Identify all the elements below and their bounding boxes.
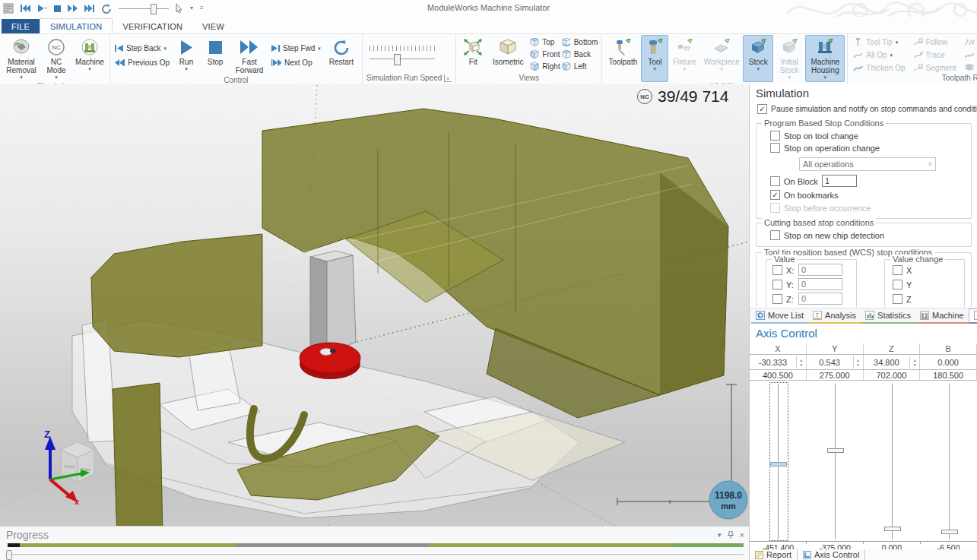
fast-forward-button[interactable]: Fast Forward bbox=[230, 35, 269, 76]
isometric-view-button[interactable]: Isometric bbox=[487, 35, 528, 74]
tab-view[interactable]: VIEW bbox=[192, 19, 234, 33]
wcs-change-y-checkbox[interactable] bbox=[893, 280, 902, 289]
axis-b-value-cell[interactable]: 0.000 bbox=[920, 355, 977, 369]
stop-on-tool-change-row[interactable]: Stop on tool change bbox=[770, 131, 858, 141]
previous-op-button[interactable]: Previous Op bbox=[115, 57, 170, 68]
material-removal-button[interactable]: Material Removal▾ bbox=[2, 35, 40, 82]
view-back-button[interactable]: Back bbox=[562, 49, 598, 60]
on-bookmarks-checkbox[interactable] bbox=[770, 190, 780, 200]
workpiece-visibility-button[interactable]: Workpiece▾ bbox=[700, 35, 743, 82]
wcs-x-input[interactable] bbox=[798, 264, 842, 276]
view-bottom-button[interactable]: Bottom bbox=[562, 36, 598, 48]
fixture-dropdown-icon[interactable]: ▾ bbox=[684, 66, 687, 72]
simulation-speed-slider[interactable] bbox=[370, 53, 435, 65]
progress-close-icon[interactable]: × bbox=[740, 530, 744, 539]
thicken-op-button[interactable]: Thicken Op bbox=[853, 62, 905, 74]
fixture-visibility-button[interactable]: Fixture▾ bbox=[668, 35, 700, 82]
speed-dialog-launcher-icon[interactable]: ↘ bbox=[444, 74, 452, 82]
machine-housing-visibility-button[interactable]: Machine Housing▾ bbox=[805, 35, 845, 82]
b-axis-slider[interactable] bbox=[949, 384, 950, 539]
tool-vectors-button[interactable]: Tool Vectors bbox=[964, 36, 977, 48]
wcs-change-z-row[interactable]: Z bbox=[893, 294, 912, 304]
wcs-y-row[interactable]: Y: bbox=[772, 280, 794, 289]
stop-new-chip-checkbox[interactable] bbox=[770, 230, 780, 240]
tab-statistics[interactable]: Statistics bbox=[861, 309, 915, 324]
stop-on-operation-change-row[interactable]: Stop on operation change bbox=[770, 143, 880, 153]
tab-machine[interactable]: Machine bbox=[915, 309, 969, 324]
z-axis-slider[interactable] bbox=[892, 384, 893, 539]
wcs-change-x-checkbox[interactable] bbox=[893, 265, 902, 275]
tool-tip-button[interactable]: Tool Tip▾ bbox=[853, 36, 905, 48]
workpiece-dropdown-icon[interactable]: ▾ bbox=[721, 66, 724, 72]
segment-button[interactable]: Segment bbox=[913, 62, 956, 74]
stock-dropdown-icon[interactable]: ▾ bbox=[757, 66, 760, 72]
stop-on-tool-change-checkbox[interactable] bbox=[770, 131, 780, 141]
tab-file[interactable]: FILE bbox=[2, 19, 40, 33]
all-op-button[interactable]: All Op▾ bbox=[853, 49, 905, 61]
tab-report[interactable]: Report bbox=[750, 549, 798, 560]
machine-button[interactable]: Machine▾ bbox=[72, 35, 107, 82]
view-front-button[interactable]: Front bbox=[530, 49, 560, 60]
axis-y-spinner[interactable]: ▲▼ bbox=[853, 356, 863, 369]
b-slider-handle[interactable] bbox=[941, 530, 958, 534]
axis-z-value-cell[interactable]: 34.800▲▼ bbox=[864, 355, 921, 369]
operations-select[interactable]: All operations ˅ bbox=[799, 157, 936, 171]
toolpath-visibility-button[interactable]: Toolpath bbox=[604, 35, 641, 82]
run-button[interactable]: Run▾ bbox=[172, 35, 201, 76]
wcs-z-input[interactable] bbox=[798, 293, 842, 305]
y-axis-slider[interactable] bbox=[835, 384, 836, 539]
step-back-button[interactable]: Step Back▾ bbox=[115, 43, 170, 54]
z-slider-handle[interactable] bbox=[884, 527, 901, 531]
axis-z-spinner[interactable]: ▲▼ bbox=[909, 356, 919, 369]
tab-simulation-panel[interactable]: Simulation bbox=[969, 308, 977, 324]
wcs-y-checkbox[interactable] bbox=[772, 280, 782, 289]
on-block-input[interactable] bbox=[822, 175, 857, 187]
material-removal-dropdown-icon[interactable]: ▾ bbox=[20, 74, 23, 81]
view-left-button[interactable]: Left bbox=[562, 61, 598, 72]
tab-verification[interactable]: VERIFICATION bbox=[113, 19, 192, 33]
tab-simulation[interactable]: SIMULATION bbox=[40, 18, 113, 34]
follow-button[interactable]: Follow bbox=[913, 36, 956, 48]
wcs-y-input[interactable] bbox=[798, 278, 842, 290]
tab-axis-control[interactable]: Axis Control bbox=[798, 549, 865, 560]
wcs-z-checkbox[interactable] bbox=[772, 294, 782, 304]
restart-button[interactable]: Restart bbox=[323, 35, 360, 76]
tab-move-list[interactable]: Move List bbox=[751, 309, 808, 324]
wcs-z-row[interactable]: Z: bbox=[772, 294, 794, 304]
wcs-x-row[interactable]: X: bbox=[772, 265, 794, 275]
y-slider-handle[interactable] bbox=[827, 448, 844, 453]
progress-pin-icon[interactable] bbox=[728, 531, 734, 539]
axis-x-spinner[interactable]: ▲▼ bbox=[796, 356, 806, 369]
trace-button[interactable]: Trace bbox=[913, 49, 956, 61]
axis-y-value-cell[interactable]: 0.543▲▼ bbox=[807, 355, 864, 369]
nc-mode-button[interactable]: NC NC Mode▾ bbox=[40, 35, 72, 82]
3d-viewport[interactable]: Front Right Z x bbox=[0, 84, 749, 526]
axis-x-value-cell[interactable]: -30.333▲▼ bbox=[750, 355, 807, 369]
machine-housing-dropdown-icon[interactable]: ▾ bbox=[824, 74, 827, 81]
nc-mode-dropdown-icon[interactable]: ▾ bbox=[55, 74, 58, 81]
run-dropdown-icon[interactable]: ▾ bbox=[185, 66, 188, 72]
stock-visibility-button[interactable]: Stock▾ bbox=[743, 35, 773, 82]
stop-new-chip-row[interactable]: Stop on new chip detection bbox=[770, 230, 884, 240]
initial-stock-dropdown-icon[interactable]: ▾ bbox=[788, 74, 791, 81]
view-right-button[interactable]: Right bbox=[530, 61, 560, 72]
progress-dropdown-icon[interactable]: ▾ bbox=[718, 531, 722, 539]
wcs-change-y-row[interactable]: Y bbox=[893, 280, 912, 289]
tab-analysis[interactable]: T Analysis bbox=[808, 309, 861, 324]
pause-simulation-checkbox-row[interactable]: Pause simulation and notify on stop comm… bbox=[757, 104, 977, 114]
progress-slider-handle[interactable] bbox=[6, 550, 12, 560]
on-block-row[interactable]: On Block bbox=[770, 176, 818, 186]
progress-bar[interactable] bbox=[8, 543, 744, 547]
wcs-x-checkbox[interactable] bbox=[772, 265, 782, 275]
on-block-checkbox[interactable] bbox=[770, 176, 780, 186]
machine-dropdown-icon[interactable]: ▾ bbox=[88, 66, 91, 72]
stop-run-button[interactable]: Stop bbox=[201, 35, 230, 76]
progress-slider[interactable] bbox=[6, 550, 744, 559]
initial-stock-visibility-button[interactable]: Initial Stock▾ bbox=[773, 35, 805, 82]
step-fwd-button[interactable]: Step Fwd▾ bbox=[271, 43, 321, 54]
next-op-button[interactable]: Next Op bbox=[271, 57, 321, 68]
toolpath-points-button[interactable]: Toolpath Points bbox=[964, 49, 977, 61]
fit-view-button[interactable]: Fit bbox=[458, 35, 487, 74]
wcs-change-z-checkbox[interactable] bbox=[893, 294, 902, 304]
x-slider-handle[interactable] bbox=[770, 462, 787, 467]
